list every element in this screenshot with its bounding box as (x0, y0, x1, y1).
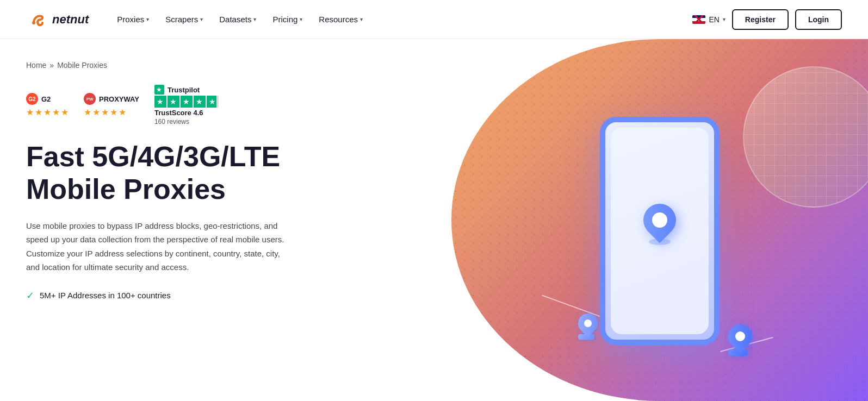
flag-icon (692, 15, 705, 24)
lang-code: EN (709, 15, 719, 24)
hero-illustration (451, 39, 868, 401)
breadcrumb-separator: » (49, 61, 54, 70)
login-button[interactable]: Login (795, 9, 842, 30)
navbar: netnut Proxies ▾ Scrapers ▾ Datasets ▾ P… (0, 0, 868, 39)
proxyway-badge-header: PW PROXYWAY (84, 93, 139, 105)
check-icon: ✓ (26, 290, 34, 302)
hero-section: Home » Mobile Proxies G2 G2 ★ ★ ★ ★ (0, 39, 868, 401)
chevron-down-icon: ▾ (200, 16, 203, 22)
nav-right: EN ▾ Register Login (692, 9, 842, 30)
breadcrumb-current: Mobile Proxies (57, 61, 107, 70)
phone-body (600, 117, 720, 345)
chevron-down-icon: ▾ (146, 16, 149, 22)
logo-text: netnut (52, 12, 89, 27)
main-pin (638, 204, 681, 258)
register-button[interactable]: Register (732, 9, 789, 30)
pin-small-right (728, 324, 752, 356)
g2-name: G2 (41, 95, 51, 103)
feature-text-1: 5M+ IP Addresses in 100+ countries (40, 291, 171, 300)
nav-item-scrapers[interactable]: Scrapers ▾ (159, 10, 209, 28)
globe-illustration (743, 66, 868, 208)
proxyway-name: PROXYWAY (99, 95, 139, 103)
g2-badge-header: G2 G2 (26, 93, 51, 105)
hero-right (451, 39, 868, 401)
g2-badge: G2 G2 ★ ★ ★ ★ ★ (26, 93, 69, 117)
proxyway-badge: PW PROXYWAY ★ ★ ★ ★ ★ (84, 93, 139, 117)
trustpilot-stars (154, 96, 219, 108)
nav-item-pricing[interactable]: Pricing ▾ (266, 10, 309, 28)
hero-left: Home » Mobile Proxies G2 G2 ★ ★ ★ ★ (0, 39, 451, 401)
hero-description: Use mobile proxies to bypass IP address … (26, 219, 287, 274)
proxyway-logo: PW (84, 93, 96, 105)
svg-point-1 (32, 21, 35, 24)
phone-screen (611, 128, 709, 334)
nav-links: Proxies ▾ Scrapers ▾ Datasets ▾ Pricing … (110, 10, 692, 28)
trustpilot-badge-header: Trustpilot (154, 85, 219, 95)
pin-small-left (578, 314, 598, 340)
g2-stars: ★ ★ ★ ★ ★ (26, 107, 69, 117)
trustpilot-badge: Trustpilot TrustScore 4.6 160 reviews (154, 85, 219, 126)
chevron-down-icon: ▾ (253, 16, 256, 22)
chevron-down-icon: ▾ (360, 16, 363, 22)
phone-illustration (573, 90, 747, 372)
breadcrumb: Home » Mobile Proxies (26, 61, 425, 70)
logo-icon (26, 8, 50, 32)
g2-logo: G2 (26, 93, 38, 105)
logo-link[interactable]: netnut (26, 8, 89, 32)
badges-row: G2 G2 ★ ★ ★ ★ ★ PW PROXYWAY (26, 85, 425, 126)
trustpilot-reviews: 160 reviews (154, 118, 219, 126)
breadcrumb-home[interactable]: Home (26, 61, 46, 70)
nav-item-datasets[interactable]: Datasets ▾ (213, 10, 263, 28)
hero-heading: Fast 5G/4G/3G/LTE Mobile Proxies (26, 141, 425, 206)
language-selector[interactable]: EN ▾ (692, 15, 725, 24)
trustpilot-logo (154, 85, 164, 95)
trustpilot-name: Trustpilot (168, 86, 200, 94)
nav-item-proxies[interactable]: Proxies ▾ (110, 10, 156, 28)
nav-item-resources[interactable]: Resources ▾ (312, 10, 369, 28)
proxyway-stars: ★ ★ ★ ★ ★ (84, 107, 126, 117)
trustpilot-score: TrustScore 4.6 (154, 109, 219, 117)
chevron-down-icon: ▾ (300, 16, 302, 22)
chevron-down-icon: ▾ (723, 16, 726, 22)
feature-item-1: ✓ 5M+ IP Addresses in 100+ countries (26, 290, 425, 302)
